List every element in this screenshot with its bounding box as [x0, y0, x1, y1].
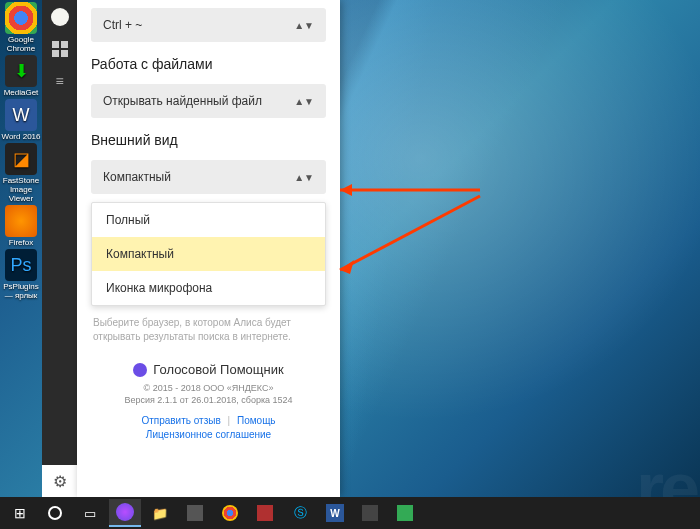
footer-links: Отправить отзыв | Помощь	[91, 415, 326, 426]
desktop-icons-column: Google Chrome ⬇MediaGet WWord 2016 ◪Fast…	[0, 0, 42, 302]
panel-footer: Голосовой Помощник © 2015 - 2018 ООО «ЯН…	[91, 362, 326, 440]
desktop-icon-firefox[interactable]: Firefox	[0, 205, 42, 247]
sidebar-menu-icon[interactable]: ≡	[49, 70, 71, 92]
desktop-icon-mediaget[interactable]: ⬇MediaGet	[0, 55, 42, 97]
chevron-updown-icon: ▲▼	[294, 172, 314, 183]
settings-panel: Ctrl + ~ ▲▼ Работа с файлами Открывать н…	[77, 0, 340, 497]
chevron-updown-icon: ▲▼	[294, 96, 314, 107]
appearance-dropdown[interactable]: Компактный ▲▼	[91, 160, 326, 194]
appearance-value: Компактный	[103, 170, 171, 184]
footer-version: Версия 2.1.1 от 26.01.2018, сборка 1524	[91, 395, 326, 405]
hotkey-value: Ctrl + ~	[103, 18, 142, 32]
link-license[interactable]: Лицензионное соглашение	[146, 429, 271, 440]
chevron-updown-icon: ▲▼	[294, 20, 314, 31]
windows-taskbar: ⊞ ▭ 📁 Ⓢ W	[0, 497, 700, 529]
appearance-option-full[interactable]: Полный	[92, 203, 325, 237]
footer-title: Голосовой Помощник	[91, 362, 326, 377]
files-action-value: Открывать найденный файл	[103, 94, 262, 108]
desktop-icon-faststone[interactable]: ◪FastStone Image Viewer	[0, 143, 42, 203]
hotkey-dropdown[interactable]: Ctrl + ~ ▲▼	[91, 8, 326, 42]
taskbar-app-1[interactable]	[179, 499, 211, 527]
browser-hint-text: Выберите браузер, в котором Алиса будет …	[93, 316, 324, 344]
taskbar-chrome[interactable]	[214, 499, 246, 527]
task-view-button[interactable]: ▭	[74, 499, 106, 527]
link-help[interactable]: Помощь	[237, 415, 276, 426]
alice-logo-icon	[133, 363, 147, 377]
taskbar-explorer[interactable]: 📁	[144, 499, 176, 527]
link-feedback[interactable]: Отправить отзыв	[141, 415, 220, 426]
sidebar-settings-icon[interactable]: ⚙	[42, 465, 77, 497]
taskbar-word[interactable]: W	[319, 499, 351, 527]
taskbar-alice[interactable]	[109, 499, 141, 527]
desktop-icon-chrome[interactable]: Google Chrome	[0, 2, 42, 53]
sidebar-apps-icon[interactable]	[49, 38, 71, 60]
appearance-section-title: Внешний вид	[91, 132, 326, 148]
app-sidebar: ≡	[42, 0, 77, 480]
files-action-dropdown[interactable]: Открывать найденный файл ▲▼	[91, 84, 326, 118]
appearance-options-popup: Полный Компактный Иконка микрофона	[91, 202, 326, 306]
desktop-icon-word[interactable]: WWord 2016	[0, 99, 42, 141]
cortana-button[interactable]	[39, 499, 71, 527]
desktop-icon-psplugins[interactable]: PsPsPlugins — ярлык	[0, 249, 42, 300]
sidebar-alice-icon[interactable]	[49, 6, 71, 28]
taskbar-app-4[interactable]	[389, 499, 421, 527]
footer-copyright: © 2015 - 2018 ООО «ЯНДЕКС»	[91, 383, 326, 393]
start-button[interactable]: ⊞	[4, 499, 36, 527]
taskbar-app-3[interactable]	[354, 499, 386, 527]
appearance-option-mic-icon[interactable]: Иконка микрофона	[92, 271, 325, 305]
appearance-option-compact[interactable]: Компактный	[92, 237, 325, 271]
files-section-title: Работа с файлами	[91, 56, 326, 72]
taskbar-skype[interactable]: Ⓢ	[284, 499, 316, 527]
taskbar-app-2[interactable]	[249, 499, 281, 527]
